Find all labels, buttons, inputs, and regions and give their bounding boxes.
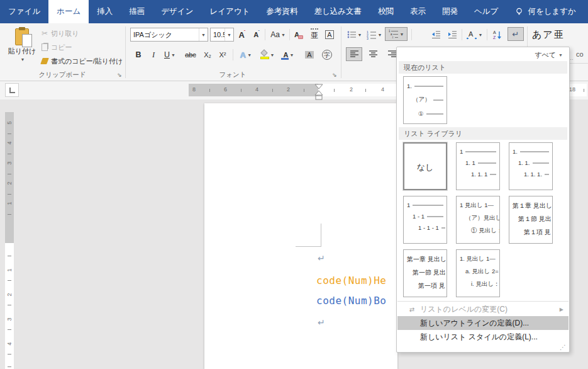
list-style-option-7[interactable]: 1. 見出し 1—a. 見出し 2=i. 見出し：	[456, 249, 500, 297]
menu-item-2[interactable]: 新しいリスト スタイルの定義(L)...	[397, 330, 569, 344]
font-dialog-launcher[interactable]: ⇘	[331, 71, 338, 79]
tab-mailings[interactable]: 差し込み文書	[306, 0, 370, 23]
styles-divider	[570, 63, 588, 64]
text-effects-button[interactable]: A▼	[236, 48, 255, 62]
tab-file[interactable]: ファイル	[0, 0, 48, 23]
current-list-preview[interactable]: 1.（ア）①	[403, 76, 447, 124]
underline-button[interactable]: U▼	[161, 48, 179, 62]
document-text-line-2[interactable]: code(Num)Bo	[316, 295, 386, 307]
menu-item-1[interactable]: 新しいアウトラインの定義(D)...	[397, 316, 569, 330]
cut-button[interactable]: ✂ 切り取り	[42, 27, 79, 40]
asian-layout-button[interactable]: A ▼	[464, 28, 484, 42]
list-level-row: 1. 1. 1.	[513, 171, 549, 178]
tab-design[interactable]: デザイン	[153, 0, 201, 23]
shrink-font-button[interactable]: Aˇ	[250, 28, 263, 42]
font-name-combo[interactable]: IPAゴシック ▼	[130, 28, 208, 42]
tab-home[interactable]: ホーム	[48, 0, 89, 23]
highlight-button[interactable]: ▼	[258, 48, 277, 62]
clear-formatting-button[interactable]: A	[292, 28, 306, 42]
list-level-text: 1.	[513, 148, 518, 155]
vertical-ruler[interactable]: 543211234	[5, 112, 14, 369]
format-painter-button[interactable]: 書式のコピー/貼り付け	[42, 55, 123, 67]
show-formatting-marks-button[interactable]: ↵	[508, 27, 524, 41]
strikethrough-button[interactable]: abc	[182, 48, 199, 62]
character-border-button[interactable]: A	[323, 28, 336, 42]
list-style-option-2[interactable]: 1.1. 1.1. 1. 1.	[509, 142, 553, 190]
tab-stop-selector[interactable]	[5, 83, 19, 97]
font-color-button[interactable]: A▼	[279, 48, 298, 62]
ruler-tick	[584, 89, 584, 92]
font-group-label: フォント	[129, 71, 336, 79]
font-size-dropdown-arrow-icon[interactable]: ▼	[225, 28, 233, 41]
format-painter-brush-icon	[40, 58, 49, 64]
indent-markers[interactable]	[314, 84, 324, 100]
underline-arrow-icon: ▼	[171, 53, 175, 57]
numbering-button[interactable]: 123 ▼	[365, 28, 384, 42]
superscript-button[interactable]: X²	[216, 48, 229, 62]
decrease-indent-button[interactable]	[428, 28, 443, 42]
align-left-button[interactable]	[346, 47, 362, 61]
document-page[interactable]: ↵ code(Num)He code(Num)Bo ↵	[204, 103, 397, 369]
clipboard-dialog-launcher[interactable]: ⇘	[116, 71, 123, 79]
paste-label: 貼り付け	[8, 47, 36, 56]
paste-dropdown-arrow-icon[interactable]: ▼	[21, 57, 25, 62]
font-name-value: IPAゴシック	[131, 30, 199, 40]
font-name-dropdown-arrow-icon[interactable]: ▼	[199, 28, 208, 41]
tab-layout[interactable]: レイアウト	[201, 0, 258, 23]
menu-item-0[interactable]: ⇄リストのレベルの変更(C)▶	[397, 302, 569, 316]
font-color-arrow-icon: ▼	[290, 53, 294, 57]
filter-arrow-icon: ▼	[558, 53, 563, 57]
tab-review[interactable]: 校閲	[370, 0, 402, 23]
ruler-number: 4	[6, 340, 13, 348]
list-level-line	[414, 86, 443, 87]
tab-draw[interactable]: 描画	[121, 0, 153, 23]
list-level-line	[520, 151, 549, 152]
list-style-option-6[interactable]: 第一章 見出し第一節 見出第一項 見	[403, 249, 447, 297]
bullets-arrow-icon: ▼	[358, 33, 362, 37]
small-divider	[462, 29, 462, 40]
tab-developer[interactable]: 開発	[434, 0, 466, 23]
paste-button[interactable]: 貼り付け ▼	[5, 26, 39, 77]
document-text-line-1[interactable]: code(Num)He	[316, 275, 386, 287]
subscript-button[interactable]: X₂	[201, 48, 214, 62]
svg-text:Z: Z	[493, 35, 496, 40]
tab-references[interactable]: 参考資料	[258, 0, 306, 23]
list-style-option-3[interactable]: 11 - 11 - 1 - 1	[403, 196, 447, 244]
ruler-number: 3	[6, 315, 13, 323]
sort-button[interactable]: AZ	[490, 28, 505, 42]
list-level-line	[413, 205, 443, 206]
list-style-option-1[interactable]: 11. 11. 1. 1	[456, 142, 500, 190]
bullets-button[interactable]: ▼	[345, 28, 363, 42]
italic-button[interactable]: I	[148, 48, 158, 62]
grow-font-button[interactable]: Aˆ	[236, 28, 248, 42]
formatting-mark-icon: ↵	[513, 30, 519, 39]
resize-grip[interactable]: ⋰	[560, 344, 566, 351]
tell-me-box[interactable]: 何をしますか	[515, 0, 575, 23]
font-size-combo[interactable]: 10.5 ▼	[210, 28, 234, 42]
list-style-option-0[interactable]: なし	[403, 142, 447, 190]
align-center-button[interactable]	[365, 47, 381, 61]
ruler-margin-area	[189, 84, 318, 96]
list-level-text: ① 見出し：	[471, 227, 500, 235]
tab-help[interactable]: ヘルプ	[466, 0, 506, 23]
tab-insert[interactable]: 挿入	[89, 0, 121, 23]
tab-view[interactable]: 表示	[402, 0, 434, 23]
phonetic-guide-button[interactable]: 亜	[308, 28, 321, 42]
ruler-tick	[8, 154, 11, 154]
ruler-number: 1	[6, 266, 13, 274]
multilevel-list-button[interactable]: 1ai ▼	[385, 27, 408, 41]
copy-button[interactable]: コピー	[42, 41, 72, 54]
change-case-button[interactable]: Aa▼	[268, 28, 288, 42]
list-style-option-4[interactable]: 1 見出し 1—（ア）見出し① 見出し：	[456, 196, 500, 244]
list-level-row: 1 - 1	[407, 213, 443, 220]
increase-indent-button[interactable]	[445, 28, 460, 42]
character-shading-button[interactable]: A	[302, 48, 317, 62]
list-style-option-5[interactable]: 第１章 見出し第１節 見出第１項 見	[509, 196, 553, 244]
list-filter-dropdown[interactable]: すべて ▼	[535, 50, 563, 60]
ruler-tick	[8, 194, 11, 195]
enclose-characters-button[interactable]: 字	[319, 48, 335, 62]
list-level-text: 第１節 見出	[518, 215, 552, 224]
list-filter-label: すべて	[535, 50, 556, 60]
style-gallery-preview[interactable]: あア亜	[532, 29, 565, 41]
bold-button[interactable]: B	[132, 48, 145, 62]
